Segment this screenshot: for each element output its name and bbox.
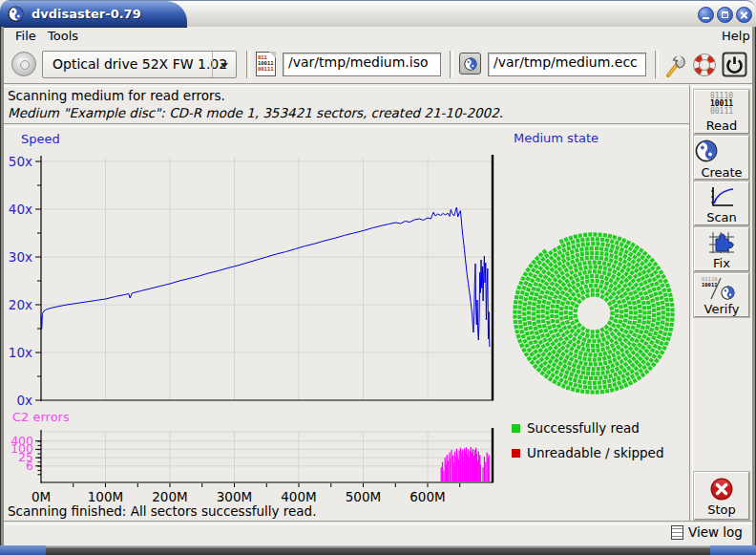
maximize-button[interactable] [717,7,733,23]
legend-swatch-red [512,449,520,458]
svg-text:600M: 600M [410,489,445,504]
svg-text:100M: 100M [88,489,123,504]
stop-button[interactable]: Stop [694,472,749,520]
scan-button[interactable]: Scan [694,181,749,225]
scan-button-label: Scan [695,210,748,224]
read-button[interactable]: 01110 10011 00111 Read [694,90,749,134]
titlebar-tab: dvdisaster-0.79 [0,1,187,28]
svg-text:0M: 0M [32,489,51,504]
ecc-file-icon [459,53,481,75]
verify-icon: 01110 10011 [695,276,748,302]
svg-text:20x: 20x [9,297,32,312]
svg-text:40x: 40x [9,202,32,217]
app-yin-yang-icon [8,6,24,22]
minimize-button[interactable] [698,7,714,23]
titlebar[interactable]: dvdisaster-0.79 [0,0,756,27]
svg-text:30x: 30x [9,249,32,265]
app-window: dvdisaster-0.79 File Tools Help Optical … [0,0,756,555]
fix-button[interactable]: Fix [694,227,749,271]
wrench-icon [662,51,687,79]
menu-help[interactable]: Help [718,29,754,43]
svg-text:50x: 50x [9,154,32,169]
svg-text:500M: 500M [346,489,381,504]
minimize-icon [703,17,709,19]
stop-button-label: Stop [695,502,748,517]
lifebelt-icon [692,53,717,77]
menu-tools[interactable]: Tools [44,29,82,43]
preferences-button[interactable] [662,51,687,83]
verify-button[interactable]: 01110 10011 Verify [694,273,749,317]
ecc-file-input[interactable]: /var/tmp/medium.ecc [488,53,646,76]
create-button[interactable]: Create [694,136,749,180]
maximize-icon [722,11,728,18]
fix-button-label: Fix [695,256,748,270]
chevron-down-icon [220,63,228,68]
scan-charts: 0x10x20x30x40x50x6251004000M100M200M300M… [0,126,508,508]
window-frame-bottom [0,545,756,555]
status-medium-text: Medium "Example disc": CD-R mode 1, 3534… [8,105,503,120]
drive-select-arrow-zone[interactable] [212,52,236,77]
quit-button[interactable] [722,52,747,81]
separator [4,83,752,87]
legend-item-unreadable: Unreadable / skipped [512,445,663,460]
toolbar-separator [246,51,250,78]
toolbar-separator [450,51,453,78]
svg-text:300M: 300M [217,489,252,504]
svg-text:10x: 10x [9,345,32,360]
separator [4,521,752,524]
log-icon [671,525,683,540]
scan-icon [695,184,748,210]
image-file-icon: 011 10011 00111 [256,52,276,76]
window-title: dvdisaster-0.79 [32,1,141,28]
help-button[interactable] [692,53,717,81]
image-file-input[interactable]: /var/tmp/medium.iso [283,53,441,76]
optical-drive-icon [11,52,36,76]
close-button[interactable] [736,7,752,23]
drive-select-value: Optical drive 52X FW 1.02 [52,56,227,72]
menu-file[interactable]: File [11,29,40,43]
menubar: File Tools Help [4,27,752,46]
window-frame-right [752,27,756,545]
view-log-button[interactable]: View log [671,524,743,540]
medium-state-title: Medium state [514,131,598,145]
create-icon [695,139,748,165]
status-action-text: Scanning medium for read errors. [8,88,225,103]
svg-text:400M: 400M [281,489,316,504]
sidebar-separator [689,85,693,522]
read-button-label: Read [695,118,748,133]
svg-text:0x: 0x [16,393,32,408]
medium-state-disc [509,227,679,399]
fix-icon [695,230,748,256]
legend-swatch-green [512,424,520,433]
stop-icon [695,477,748,502]
toolbar-separator [655,51,659,78]
drive-select-combobox[interactable]: Optical drive 52X FW 1.02 [42,51,237,78]
create-button-label: Create [695,165,748,180]
svg-text:400: 400 [10,434,33,448]
power-icon [722,52,747,77]
legend-item-read: Successfully read [512,420,640,436]
footer-status-text: Scanning finished: All sectors successfu… [8,503,316,519]
svg-text:200M: 200M [152,489,187,504]
verify-button-label: Verify [695,302,748,316]
read-icon: 01110 10011 00111 [695,93,748,118]
toolbar: Optical drive 52X FW 1.02 011 10011 0011… [4,46,752,84]
